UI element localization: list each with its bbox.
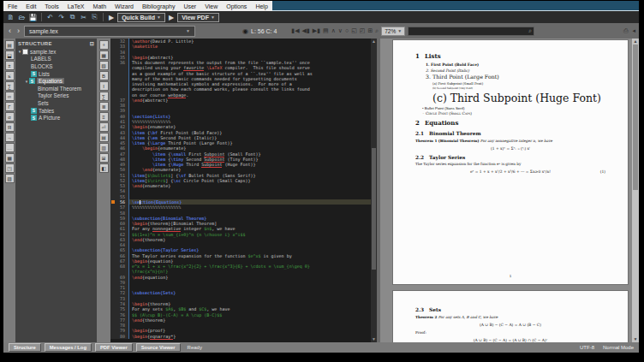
paste-icon[interactable]: ⎘ — [90, 13, 99, 22]
menu-math[interactable]: Math — [89, 3, 111, 9]
editor[interactable]: 32\author{David P. Little}33\maketitle34… — [110, 39, 377, 342]
left-icon-strip-icon-11[interactable]: … — [5, 143, 15, 152]
open-file-icon[interactable]: 🗁 — [17, 13, 27, 22]
save-icon[interactable]: 💾 — [28, 13, 38, 22]
pdf-heading: 2Equations — [415, 119, 605, 127]
next-tab-icon[interactable]: › — [15, 27, 21, 35]
inner-icon-strip-icon-13[interactable]: ◧ — [99, 163, 109, 173]
inner-icon-strip-icon-5[interactable]: I — [99, 81, 109, 91]
cut-icon[interactable]: ✂ — [79, 13, 88, 22]
pdf-subheading: 2.2Taylor Series — [415, 155, 605, 160]
structure-title: STRUCTURE — [18, 41, 52, 46]
external-viewer-icon[interactable]: ◂ — [632, 27, 635, 35]
structure-item-lists[interactable]: SLists — [15, 70, 97, 78]
menu-tools[interactable]: Tools — [40, 3, 63, 9]
inner-icon-strip-icon-1[interactable]: ＋ — [99, 40, 109, 50]
menu-file[interactable]: File — [3, 3, 21, 9]
first-page-icon[interactable]: ▮◀ — [291, 27, 299, 35]
left-icon-strip-icon-14[interactable]: ▨ — [5, 174, 15, 183]
panel-toggle-messages-log[interactable]: Messages / Log — [45, 343, 92, 352]
left-icon-strip-icon-4[interactable]: ≤ — [5, 71, 15, 80]
inner-icon-strip-icon-6[interactable]: ∑ — [99, 92, 109, 101]
scroll-up-icon[interactable]: ▲ — [632, 39, 639, 45]
editor-scrollbar[interactable]: ▲ ▼ — [371, 39, 377, 342]
fit-page-icon[interactable]: ◰ — [360, 27, 366, 35]
prev-tab-icon[interactable]: ‹ — [7, 27, 13, 35]
structure-item-taylor-series[interactable]: Taylor Series — [15, 92, 97, 100]
left-icon-strip-icon-7[interactable]: Γ — [5, 102, 15, 111]
quick-build-button[interactable]: Quick Build ▼ — [117, 13, 165, 22]
structure-item-labels[interactable]: LABELS — [15, 56, 97, 63]
inner-icon-strip-icon-8[interactable]: ≡ — [99, 112, 109, 122]
pdf-scrollbar[interactable]: ▲ ▼ — [632, 39, 639, 342]
scroll-down-icon[interactable]: ▼ — [632, 336, 639, 342]
continuous-view-icon[interactable]: ▤ — [323, 27, 329, 35]
panel-toggle-source-viewer[interactable]: Source Viewer — [136, 343, 181, 352]
menu-latex[interactable]: LaTeX — [63, 3, 89, 9]
inner-icon-strip-icon-10[interactable]: ▤ — [99, 133, 109, 142]
menu-options[interactable]: Options — [222, 3, 251, 9]
detach-panel-icon[interactable]: ⊡ — [90, 40, 94, 46]
inner-icon-strip-icon-2[interactable]: ▦ — [99, 50, 109, 60]
menu-view[interactable]: View — [200, 3, 222, 9]
structure-item-a-picture[interactable]: SA Picture — [15, 114, 97, 122]
structure-item-sets[interactable]: Sets — [15, 99, 97, 107]
left-icon-strip-icon-13[interactable]: ◳ — [5, 163, 15, 173]
structure-item-blocks[interactable]: BLOCKS — [15, 62, 97, 70]
structure-item-binomial-theorem[interactable]: Binomial Theorem — [15, 85, 97, 92]
zoom-in-icon[interactable]: ⊞ — [367, 27, 373, 35]
left-icon-strip-icon-12[interactable]: ▦ — [5, 153, 15, 163]
menu-edit[interactable]: Edit — [21, 3, 40, 9]
left-icon-strip-icon-6[interactable]: ∞ — [5, 92, 15, 101]
left-icon-strip-icon-3[interactable]: ± — [5, 61, 15, 70]
inner-icon-strip-icon-4[interactable]: B — [99, 71, 109, 80]
editor-code[interactable]: 32\author{David P. Little}33\maketitle34… — [110, 39, 371, 342]
left-icon-strip-icon-8[interactable]: α — [5, 112, 15, 122]
new-file-icon[interactable]: 🗎 — [6, 13, 15, 22]
left-icon-strip-icon-2[interactable]: ⬓ — [5, 50, 15, 60]
quick-build-play-icon[interactable]: ▶ — [107, 14, 116, 21]
left-icon-strip-icon-5[interactable]: ∑ — [5, 81, 15, 91]
fit-width-icon[interactable]: ◱ — [351, 27, 357, 35]
scroll-up-icon[interactable]: ▲ — [371, 39, 377, 45]
scrollbar-thumb[interactable] — [372, 148, 376, 270]
tab-toolbar: ‹ › sample.tex ▼ ◉ L: 56 C: 4 ▮◀◀▮▶▮▤∧∨○… — [3, 23, 639, 39]
left-icon-strip-icon-10[interactable]: → — [5, 133, 15, 142]
structure-item-sample-tex[interactable]: ▾sample.tex — [15, 48, 97, 56]
scrollbar-thumb[interactable] — [633, 45, 638, 190]
zoom-select[interactable]: 72% ▼ — [381, 27, 405, 36]
menu-user[interactable]: User — [179, 3, 200, 9]
next-page-icon[interactable]: ▶▮ — [313, 27, 320, 35]
scroll-down-icon[interactable]: ▼ — [371, 336, 377, 342]
prev-page-icon[interactable]: ◀▮ — [302, 27, 310, 35]
undo-icon[interactable]: ↶ — [45, 13, 55, 22]
view-pdf-button[interactable]: View PDF ▼ — [177, 13, 219, 22]
print-icon[interactable]: ⎙ — [623, 27, 629, 35]
left-icon-strip-icon-1[interactable]: ▤ — [5, 40, 15, 50]
structure-item-tables[interactable]: STables — [15, 107, 97, 115]
pdf-search-input[interactable]: ⌕ — [408, 27, 534, 36]
statusbar: StructureMessages / LogPDF ViewerSource … — [3, 342, 639, 353]
scroll-up-icon[interactable]: ∧ — [331, 27, 336, 35]
left-icon-strip-icon-9[interactable]: Я — [5, 122, 15, 132]
inner-icon-strip-icon-7[interactable]: ≣ — [99, 102, 109, 111]
inner-icon-strip-icon-11[interactable]: ▥ — [99, 143, 109, 152]
original-size-icon[interactable]: ○ — [345, 27, 349, 35]
panel-toggle-structure[interactable]: Structure — [9, 343, 41, 352]
menu-help[interactable]: Help — [251, 3, 271, 9]
redo-icon[interactable]: ↷ — [57, 13, 66, 22]
copy-icon[interactable]: ⧉ — [68, 13, 77, 22]
structure-item-equations[interactable]: ▾SEquations — [15, 77, 97, 85]
panel-toggle-pdf-viewer[interactable]: PDF Viewer — [95, 343, 133, 352]
pdf-proof-label: Proof: — [415, 330, 605, 335]
menu-bibliography[interactable]: Bibliography — [138, 3, 180, 9]
scroll-down-icon[interactable]: ∨ — [338, 27, 343, 35]
menu-wizard[interactable]: Wizard — [110, 3, 138, 9]
magnifier-icon[interactable]: ⌕ — [375, 27, 379, 35]
inner-icon-strip-icon-9[interactable]: ⏎ — [99, 122, 109, 132]
structure-panel: STRUCTURE ⊡ ▾sample.texLABELSBLOCKSSList… — [15, 39, 97, 342]
inner-icon-strip-icon-3[interactable]: ▧ — [99, 61, 109, 70]
inner-icon-strip-icon-12[interactable]: ⊞ — [99, 153, 109, 163]
view-pdf-play-icon[interactable]: ▶ — [167, 14, 176, 21]
document-tab[interactable]: sample.tex ▼ — [24, 26, 195, 37]
